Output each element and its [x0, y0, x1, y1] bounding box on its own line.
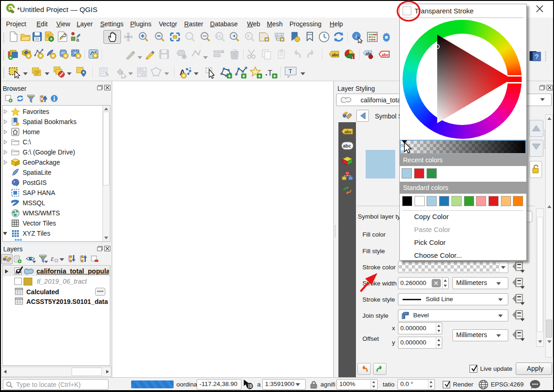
- svg-text:abc: abc: [343, 143, 351, 148]
- svg-text:?: ?: [535, 53, 539, 60]
- svg-text:abc: abc: [332, 53, 339, 57]
- svg-text:abc: abc: [344, 130, 352, 134]
- svg-text:1:1: 1:1: [217, 35, 221, 38]
- svg-text:T: T: [289, 68, 292, 75]
- svg-text:i: i: [355, 33, 357, 40]
- svg-text:T: T: [268, 69, 272, 77]
- svg-text:a: a: [76, 37, 79, 42]
- svg-text:ε: ε: [51, 255, 54, 262]
- svg-text:abc: abc: [382, 53, 389, 57]
